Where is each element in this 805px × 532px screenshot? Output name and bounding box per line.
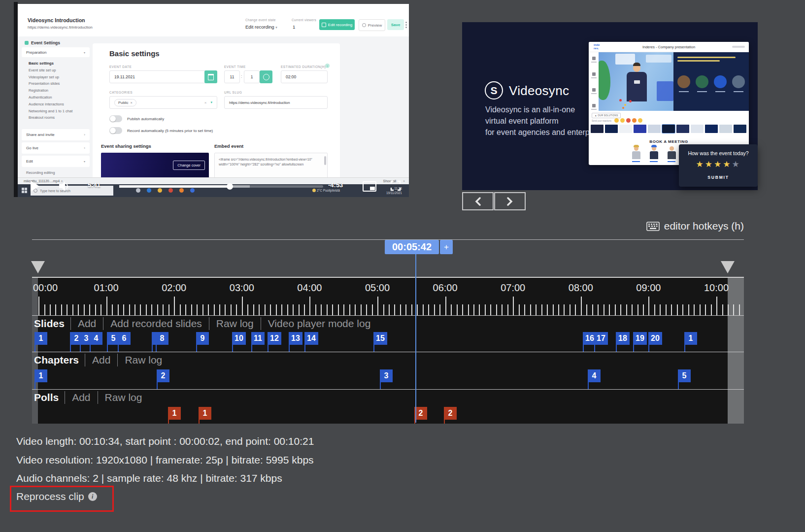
slides-marker-17[interactable]: 17 (594, 332, 608, 345)
slides-marker-20[interactable]: 20 (648, 332, 662, 345)
duration-field[interactable]: 02:00 (281, 70, 328, 83)
chip-remove-icon[interactable]: × (130, 100, 132, 105)
slide-thumbnail[interactable] (662, 125, 675, 133)
next-slide-button[interactable] (494, 192, 526, 210)
avatar-caption-link[interactable] (668, 161, 675, 162)
chapters-marker-2[interactable]: 2 (157, 369, 169, 382)
slide-thumbnail[interactable] (719, 125, 732, 133)
rail-icon[interactable] (592, 57, 596, 60)
editor-hotkeys-button[interactable]: editor hotkeys (h) (646, 220, 744, 232)
slides-action-add[interactable]: Add (71, 318, 103, 330)
slide-thumbnail[interactable] (619, 125, 632, 133)
slides-marker-13[interactable]: 13 (289, 332, 302, 345)
star-icon[interactable]: ★ (732, 160, 740, 169)
sidebar-item-share-and-invite[interactable]: Share and invite› (22, 129, 90, 140)
sidebar-item-preparation[interactable]: Preparation▾ (22, 47, 90, 57)
slides-marker-15[interactable]: 15 (373, 332, 387, 345)
polls-marker-1[interactable]: 1 (168, 407, 181, 420)
slide-preview[interactable]: S Videosync Videosync is an all-in-one v… (462, 22, 758, 190)
slides-marker-19[interactable]: 19 (633, 332, 647, 345)
trim-start-handle[interactable] (31, 261, 45, 273)
sidebar-item-basic-settings[interactable]: Basic settings (29, 61, 54, 66)
change-cover-button[interactable]: Change cover (173, 161, 205, 170)
category-chip[interactable]: Public× (114, 99, 136, 106)
polls-action-add[interactable]: Add (65, 392, 97, 403)
fullscreen-icon[interactable] (390, 180, 401, 191)
star-icon[interactable]: ★ (723, 160, 732, 169)
clear-icon[interactable]: × (204, 100, 207, 105)
slide-thumbnail[interactable] (591, 125, 604, 133)
slide-thumbnail[interactable] (605, 125, 618, 133)
polls-marker-1[interactable]: 1 (199, 407, 211, 420)
playhead-timecode[interactable]: 00:05:42 (385, 240, 439, 254)
duration-info-icon[interactable]: i (325, 64, 330, 68)
sidebar-item-presentation-slides[interactable]: Presentation slides (29, 81, 60, 86)
chapters-action-add[interactable]: Add (85, 354, 117, 366)
categories-select[interactable]: Public× ×▾ (109, 96, 217, 109)
sidebar-item-recording-editing[interactable]: Recording editing (26, 170, 55, 175)
preview-button[interactable]: Preview (359, 19, 385, 31)
recording-video-player[interactable]: Videosync Introduction https://demo.vide… (18, 4, 409, 197)
sidebar-item-audience-interactions[interactable]: Audience interactions (29, 102, 64, 106)
sidebar-item-networking-and-1-to-1-chat[interactable]: Networking and 1 to 1 chat (29, 109, 72, 113)
slide-thumbnail[interactable] (705, 125, 718, 133)
add-marker-button[interactable]: + (440, 240, 453, 254)
rail-icon[interactable] (592, 72, 596, 76)
picture-in-picture-icon[interactable] (363, 181, 376, 192)
slides-action-video-player-mode-log[interactable]: Video player mode log (261, 318, 378, 330)
slide-thumbnail[interactable] (734, 125, 746, 133)
slides-marker-1[interactable]: 1 (684, 332, 697, 345)
reprocess-clip-link[interactable]: Reprocess clip i (16, 491, 97, 502)
rail-icon[interactable] (592, 104, 596, 107)
event-hour-field[interactable]: 11 (224, 70, 240, 83)
slides-marker-1[interactable]: 1 (34, 332, 47, 345)
slide-thumbnail[interactable] (634, 125, 646, 133)
star-icon[interactable]: ★ (705, 160, 714, 169)
sidebar-item-authentication[interactable]: Authentication (29, 95, 52, 100)
sidebar-item-videoplayer-set-up[interactable]: Videoplayer set up (29, 75, 59, 79)
info-icon[interactable]: i (88, 492, 97, 501)
slides-marker-18[interactable]: 18 (616, 332, 630, 345)
sidebar-item-go-live[interactable]: Go live› (22, 142, 90, 154)
url-slug-field[interactable]: https://demo.videosync.fi/introduction (224, 96, 328, 109)
slides-marker-4[interactable]: 4 (90, 332, 102, 345)
publish-toggle[interactable] (109, 115, 122, 122)
volume-icon[interactable] (58, 180, 71, 192)
submit-button[interactable]: SUBMIT (679, 175, 758, 180)
polls-marker-2[interactable]: 2 (444, 407, 457, 420)
prev-slide-button[interactable] (462, 192, 494, 210)
chapters-action-raw-log[interactable]: Raw log (118, 354, 169, 366)
star-icon[interactable]: ★ (696, 160, 704, 169)
sidebar-item-edit[interactable]: Edit▾ (22, 156, 90, 167)
change-state-dropdown[interactable]: Edit recording ▾ (245, 24, 277, 30)
slides-marker-12[interactable]: 12 (268, 332, 281, 345)
play-button[interactable] (31, 181, 39, 192)
rail-icon[interactable] (592, 88, 596, 92)
our-solutions-button[interactable]: ▲ OUR SOLUTIONS (592, 113, 621, 118)
reaction-emoji[interactable] (638, 118, 642, 123)
slides-action-add-recorded-slides[interactable]: Add recorded slides (103, 318, 209, 330)
slides-marker-8[interactable]: 8 (156, 332, 168, 345)
playhead-line[interactable] (415, 254, 416, 423)
reaction-emoji[interactable] (626, 118, 631, 123)
timeline[interactable]: 00:0001:0002:0003:0004:0005:0006:0007:00… (32, 277, 744, 424)
scrollbar[interactable] (324, 156, 326, 165)
chevron-down-icon[interactable]: ▾ (210, 100, 212, 104)
slide-thumbnail[interactable] (691, 125, 704, 133)
slides-marker-11[interactable]: 11 (251, 332, 265, 345)
slide-thumbnail[interactable] (676, 125, 689, 133)
reaction-emoji[interactable] (620, 118, 625, 123)
chapters-marker-1[interactable]: 1 (34, 369, 47, 382)
chapters-marker-3[interactable]: 3 (380, 369, 393, 382)
progress-handle[interactable] (227, 183, 233, 190)
chapters-marker-4[interactable]: 4 (588, 369, 601, 382)
polls-action-raw-log[interactable]: Raw log (98, 392, 149, 403)
slides-action-raw-log[interactable]: Raw log (209, 318, 261, 330)
sidebar-item-event-site-set-up[interactable]: Event site set up (29, 68, 56, 72)
slides-marker-14[interactable]: 14 (304, 332, 318, 345)
reaction-emoji[interactable] (632, 118, 637, 123)
sidebar-item-registration[interactable]: Registration (29, 88, 48, 93)
trim-end-handle[interactable] (721, 261, 735, 273)
event-minute-field[interactable]: 1 (244, 70, 260, 83)
calendar-icon[interactable] (204, 70, 217, 83)
